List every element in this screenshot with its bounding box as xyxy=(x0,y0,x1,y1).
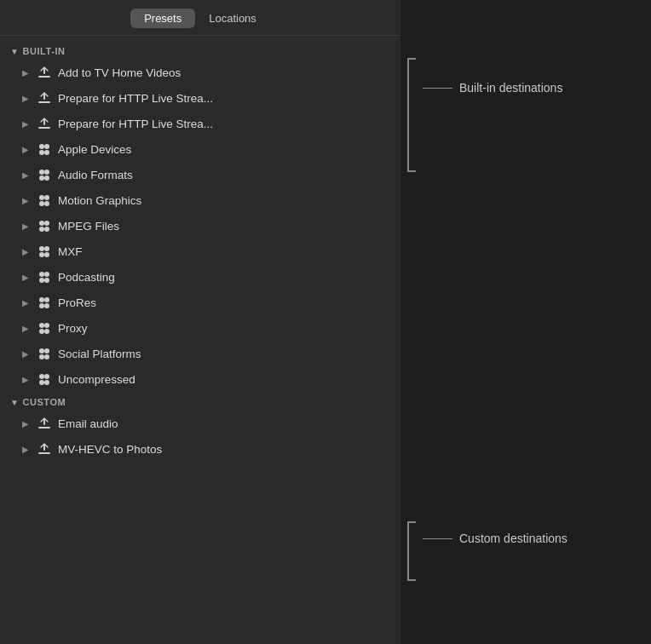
svg-point-26 xyxy=(39,272,44,277)
section-label-builtin: BUILT-IN xyxy=(22,46,65,56)
item-label: Apple Devices xyxy=(58,143,131,156)
svg-rect-4 xyxy=(38,127,50,129)
svg-point-21 xyxy=(44,227,49,232)
svg-point-27 xyxy=(44,272,49,277)
group-icon xyxy=(36,141,53,158)
list-item[interactable]: ▶ MXF xyxy=(0,239,400,264)
tree-list: ▼ BUILT-IN ▶ Add to TV Home Videos ▶ xyxy=(0,36,400,635)
svg-point-40 xyxy=(39,354,44,359)
list-item[interactable]: ▶ Prepare for HTTP Live Strea... xyxy=(0,111,400,136)
tab-bar: Presets Locations xyxy=(0,0,400,36)
svg-rect-0 xyxy=(38,76,50,78)
svg-point-32 xyxy=(39,303,44,308)
expand-arrow-icon: ▶ xyxy=(22,119,31,129)
item-label: Add to TV Home Videos xyxy=(58,66,181,79)
list-item[interactable]: ▶ Podcasting xyxy=(0,264,400,290)
item-label: Audio Formats xyxy=(58,169,133,181)
item-label: Proxy xyxy=(58,322,88,335)
item-label: Prepare for HTTP Live Strea... xyxy=(58,118,213,130)
tab-presets[interactable]: Presets xyxy=(130,9,195,28)
list-item[interactable]: ▶ Uncompressed xyxy=(0,366,400,392)
svg-point-23 xyxy=(44,246,49,251)
item-label: Social Platforms xyxy=(58,348,141,360)
svg-point-31 xyxy=(44,297,49,302)
item-label: MPEG Files xyxy=(58,220,119,233)
list-item[interactable]: ▶ Apple Devices xyxy=(0,136,400,162)
expand-arrow-icon: ▶ xyxy=(22,375,31,384)
svg-point-34 xyxy=(39,323,44,328)
svg-point-18 xyxy=(39,221,44,226)
item-label: MXF xyxy=(58,245,83,258)
item-label: Podcasting xyxy=(58,271,115,284)
list-item[interactable]: ▶ Social Platforms xyxy=(0,341,400,366)
expand-arrow-icon: ▶ xyxy=(22,196,31,205)
svg-point-11 xyxy=(44,170,49,175)
expand-arrow-icon: ▶ xyxy=(22,349,31,359)
group-icon xyxy=(36,192,53,209)
svg-rect-46 xyxy=(38,427,50,428)
custom-destinations-label: Custom destinations xyxy=(459,532,567,545)
upload-icon xyxy=(36,64,53,81)
upload-icon xyxy=(36,115,53,132)
svg-point-13 xyxy=(44,175,49,181)
list-item[interactable]: ▶ Email audio xyxy=(0,411,400,436)
upload-icon xyxy=(36,89,53,106)
svg-point-44 xyxy=(39,380,44,385)
section-label-custom: CUSTOM xyxy=(22,397,66,407)
tab-locations[interactable]: Locations xyxy=(195,9,270,28)
list-item[interactable]: ▶ Add to TV Home Videos xyxy=(0,60,400,85)
item-label: MV-HEVC to Photos xyxy=(58,443,162,456)
svg-point-17 xyxy=(44,201,49,206)
sidebar: Presets Locations ▼ BUILT-IN ▶ Add to TV… xyxy=(0,0,400,644)
svg-point-24 xyxy=(39,252,44,257)
group-icon xyxy=(36,294,53,311)
svg-point-16 xyxy=(39,201,44,206)
svg-point-20 xyxy=(39,227,44,232)
svg-rect-48 xyxy=(38,452,50,454)
svg-point-39 xyxy=(44,348,49,354)
list-item[interactable]: ▶ Audio Formats xyxy=(0,162,400,187)
expand-arrow-icon: ▶ xyxy=(22,170,31,180)
list-item[interactable]: ▶ ProRes xyxy=(0,290,400,315)
group-icon xyxy=(36,217,53,234)
item-label: ProRes xyxy=(58,296,96,309)
item-label: Prepare for HTTP Live Strea... xyxy=(58,92,213,105)
svg-point-8 xyxy=(39,150,44,155)
group-icon xyxy=(36,243,53,260)
svg-point-30 xyxy=(39,297,44,302)
svg-point-45 xyxy=(44,380,49,385)
list-item[interactable]: ▶ MV-HEVC to Photos xyxy=(0,436,400,462)
svg-point-33 xyxy=(44,303,49,308)
svg-point-28 xyxy=(39,278,44,283)
expand-arrow-icon: ▶ xyxy=(22,94,31,103)
upload-icon xyxy=(36,440,53,457)
svg-point-29 xyxy=(44,278,49,283)
item-label: Uncompressed xyxy=(58,373,135,386)
chevron-builtin-icon: ▼ xyxy=(10,47,19,56)
expand-arrow-icon: ▶ xyxy=(22,145,31,154)
svg-point-22 xyxy=(39,246,44,251)
svg-point-7 xyxy=(44,144,49,149)
list-item[interactable]: ▶ Proxy xyxy=(0,315,400,341)
svg-point-6 xyxy=(39,144,44,149)
expand-arrow-icon: ▶ xyxy=(22,419,31,428)
list-item[interactable]: ▶ MPEG Files xyxy=(0,213,400,239)
svg-point-25 xyxy=(44,252,49,257)
svg-point-41 xyxy=(44,354,49,359)
group-icon xyxy=(36,166,53,183)
upload-icon xyxy=(36,415,53,432)
builtin-destinations-label: Built-in destinations xyxy=(459,81,562,95)
group-icon xyxy=(36,319,53,336)
item-label: Motion Graphics xyxy=(58,194,141,207)
section-header-custom[interactable]: ▼ CUSTOM xyxy=(0,392,400,411)
svg-point-10 xyxy=(39,170,44,175)
section-header-builtin[interactable]: ▼ BUILT-IN xyxy=(0,41,400,60)
svg-point-14 xyxy=(39,195,44,200)
expand-arrow-icon: ▶ xyxy=(22,445,31,454)
expand-arrow-icon: ▶ xyxy=(22,68,31,78)
svg-point-36 xyxy=(39,329,44,334)
chevron-custom-icon: ▼ xyxy=(10,398,19,407)
list-item[interactable]: ▶ Motion Graphics xyxy=(0,187,400,213)
svg-point-35 xyxy=(44,323,49,328)
list-item[interactable]: ▶ Prepare for HTTP Live Strea... xyxy=(0,85,400,111)
